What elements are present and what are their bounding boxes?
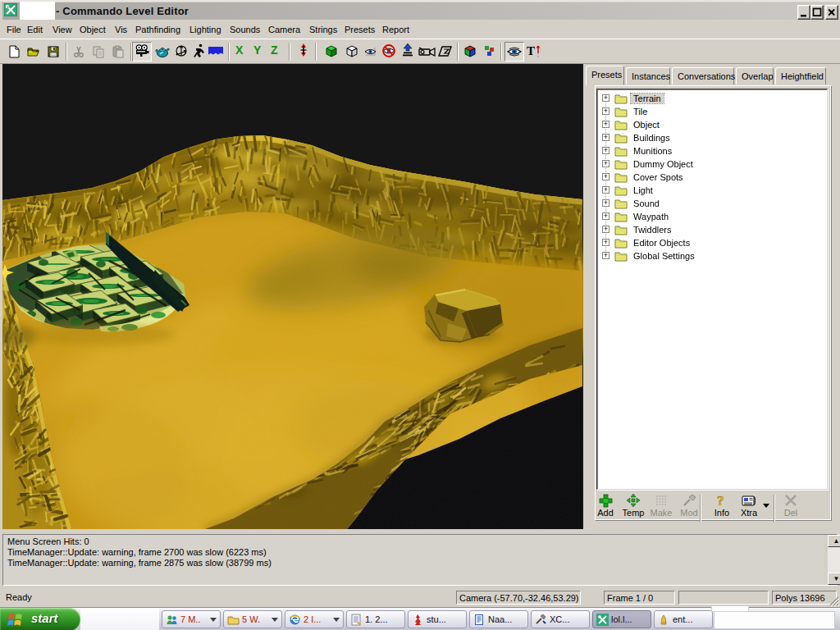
svg-text:T: T bbox=[527, 44, 535, 57]
svg-text:?: ? bbox=[717, 493, 724, 508]
